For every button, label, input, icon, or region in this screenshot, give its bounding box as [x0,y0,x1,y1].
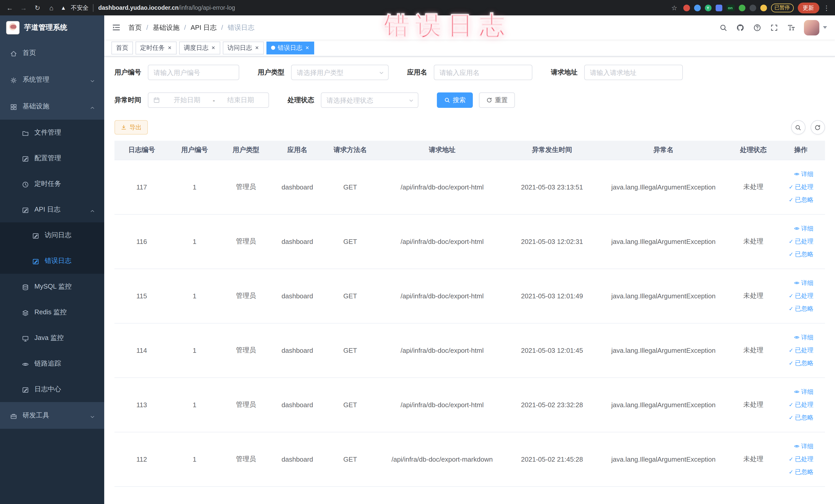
sidebar-item-system[interactable]: 系统管理 [0,66,104,93]
extension-icon[interactable] [694,4,700,11]
close-icon[interactable]: × [211,45,216,51]
home-browser-icon[interactable]: ⌂ [47,4,56,12]
process-status-select[interactable] [321,93,419,108]
sidebar-item-job[interactable]: 定时任务 [0,171,104,197]
request-url-input[interactable] [584,65,683,80]
close-icon[interactable]: × [167,45,172,51]
cell-user-id: 1 [169,432,220,486]
user-menu[interactable] [804,20,827,35]
font-size-icon[interactable] [787,23,795,32]
sidebar-item-config[interactable]: 配置管理 [0,145,104,171]
app-name-input[interactable] [434,65,532,80]
reset-button[interactable]: 重置 [479,93,515,108]
detail-link[interactable]: 详细 [793,386,813,398]
cell-app-name: dashboard [271,378,323,432]
menu-icon [22,180,29,188]
menu-icon [32,231,40,239]
sidebar-item-java[interactable]: Java 监控 [0,325,104,351]
bookmark-star-icon[interactable]: ☆ [670,4,679,12]
actions: 详细✓已处理✓已忽略 [777,168,813,205]
table-row: 117 1 管理员 dashboard GET /api/infra/db-do… [115,160,825,214]
processed-link[interactable]: ✓已处理 [789,290,813,301]
processed-link[interactable]: ✓已处理 [789,399,813,410]
sidebar-item-api-log[interactable]: API 日志 [0,197,104,222]
menu-icon [22,334,29,342]
tab-首页[interactable]: 首页 [111,41,133,54]
ignored-link[interactable]: ✓已忽略 [789,194,813,205]
filter-row-2: 异常时间 开始日期 - 结束日期 处理状态 [115,93,825,108]
sidebar-item-access-log[interactable]: 访问日志 [0,222,104,248]
user-type-select[interactable] [291,65,389,80]
detail-link[interactable]: 详细 [793,168,813,180]
cell-actions: 详细✓已处理✓已忽略 [777,323,825,378]
search-button[interactable]: 搜索 [437,93,473,108]
update-button[interactable]: 更新 [797,2,819,13]
close-icon[interactable]: × [254,45,259,51]
cell-actions: 详细✓已处理✓已忽略 [777,214,825,268]
sidebar-item-file[interactable]: 文件管理 [0,120,104,145]
toggle-search-button[interactable] [791,120,805,135]
processed-link[interactable]: ✓已处理 [789,181,813,193]
address-bar[interactable]: dashboard.yudao.iocoder.cn/infra/log/api… [98,5,665,11]
sidebar-item-mysql[interactable]: MySQL 监控 [0,274,104,299]
user-id-input[interactable] [148,65,239,80]
fullscreen-icon[interactable] [770,23,778,32]
breadcrumb-item[interactable]: API 日志 [191,23,217,32]
reload-icon[interactable]: ↻ [33,4,42,12]
sidebar-item-devtools[interactable]: 研发工具 [0,402,104,429]
hamburger-icon[interactable] [104,23,128,32]
tab-调度日志[interactable]: 调度日志 × [179,41,220,54]
avatar[interactable] [804,20,819,35]
github-icon[interactable] [736,23,744,32]
tab-错误日志[interactable]: 错误日志 × [266,41,314,54]
tab-访问日志[interactable]: 访问日志 × [223,41,264,54]
tab-定时任务[interactable]: 定时任务 × [136,41,177,54]
sidebar-item-trace[interactable]: 链路追踪 [0,351,104,377]
sidebar-item-infra[interactable]: 基础设施 [0,93,104,120]
paused-badge[interactable]: 已暂停 [771,3,793,12]
extension-icon[interactable] [683,4,690,11]
sidebar-item-log-center[interactable]: 日志中心 [0,377,104,402]
breadcrumb-item[interactable]: 基础设施 [153,23,179,32]
logo[interactable]: 芋道管理系统 [0,15,104,40]
forward-icon[interactable]: → [19,4,28,12]
ignored-link[interactable]: ✓已忽略 [789,412,813,423]
export-button[interactable]: 导出 [115,120,148,135]
sidebar-item-redis[interactable]: Redis 监控 [0,299,104,325]
sidebar-item-error-log[interactable]: 错误日志 [0,248,104,274]
ignored-link[interactable]: ✓已忽略 [789,466,813,478]
detail-link[interactable]: 详细 [793,332,813,343]
back-icon[interactable]: ← [5,4,14,12]
processed-link[interactable]: ✓已处理 [789,345,813,356]
sidebar-item-label: MySQL 监控 [34,282,104,291]
browser-menu-icon[interactable]: ⋮ [823,4,830,12]
extension-icon[interactable]: Y [705,4,711,11]
detail-link[interactable]: 详细 [793,223,813,234]
smiley-extension-icon[interactable] [760,4,767,11]
ignored-link[interactable]: ✓已忽略 [789,248,813,260]
extension-icon[interactable] [749,4,756,11]
processed-link[interactable]: ✓已处理 [789,453,813,465]
ignored-link[interactable]: ✓已忽略 [789,357,813,369]
security-label[interactable]: 不安全 [71,4,88,12]
close-icon[interactable]: × [305,45,309,51]
extension-icon[interactable] [715,4,722,11]
navbar-tools [719,20,835,35]
ignored-link[interactable]: ✓已忽略 [789,303,813,314]
help-icon[interactable] [753,23,761,32]
date-range-picker[interactable]: 开始日期 - 结束日期 [148,93,269,108]
detail-link[interactable]: 详细 [793,277,813,288]
extension-on-icon[interactable]: on [726,4,734,11]
search-icon[interactable] [719,23,727,32]
detail-link[interactable]: 详细 [793,441,813,452]
processed-link[interactable]: ✓已处理 [789,236,813,247]
extension-icon[interactable] [738,4,745,11]
cell-time: 2021-05-03 23:13:51 [507,160,597,214]
cell-url: /api/infra/db-doc/export-html [377,323,507,378]
sidebar-item-home[interactable]: 首页 [0,40,104,66]
breadcrumb-item[interactable]: 首页 [128,23,142,32]
chevron-icon [89,412,96,419]
refresh-button[interactable] [810,120,825,135]
date-separator: - [210,96,218,104]
table-header-row: 日志编号用户编号用户类型应用名请求方法名请求地址异常发生时间异常名处理状态操作 [115,141,825,160]
